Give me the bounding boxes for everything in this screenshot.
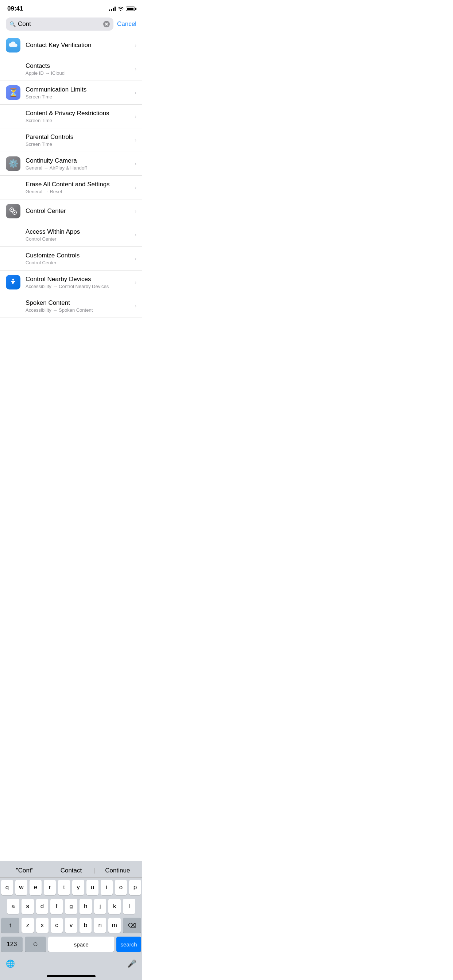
result-subtitle: General → AirPlay & Handoff	[26, 165, 129, 170]
list-item[interactable]: ⏳ Communication Limits Screen Time ›	[0, 81, 142, 105]
result-text: Contact Key Verification	[26, 41, 129, 49]
list-item[interactable]: Control Center ›	[0, 199, 142, 223]
result-title: Parental Controls	[26, 134, 129, 141]
result-text: Contacts Apple ID → iCloud	[26, 62, 129, 76]
result-text: Control Nearby Devices Accessibility → C…	[26, 275, 129, 289]
icon-placeholder	[6, 180, 21, 195]
list-item[interactable]: Content & Privacy Restrictions Screen Ti…	[0, 105, 142, 128]
chevron-right-icon: ›	[135, 185, 136, 190]
result-subtitle: Screen Time	[26, 94, 129, 100]
result-text: Control Center	[26, 207, 129, 215]
result-title: Communication Limits	[26, 86, 129, 93]
list-item[interactable]: Spoken Content Accessibility → Spoken Co…	[0, 294, 142, 318]
result-subtitle: Accessibility → Spoken Content	[26, 307, 129, 313]
accessibility-icon	[6, 275, 21, 290]
result-title: Contacts	[26, 62, 129, 70]
chevron-right-icon: ›	[135, 66, 136, 72]
list-item[interactable]: Control Nearby Devices Accessibility → C…	[0, 270, 142, 294]
result-title: Spoken Content	[26, 299, 129, 307]
list-item[interactable]: Erase All Content and Settings General →…	[0, 176, 142, 199]
chevron-right-icon: ›	[135, 90, 136, 95]
chevron-right-icon: ›	[135, 42, 136, 48]
result-text: Communication Limits Screen Time	[26, 86, 129, 100]
result-text: Customize Controls Control Center	[26, 252, 129, 266]
result-subtitle: Apple ID → iCloud	[26, 70, 129, 76]
chevron-right-icon: ›	[135, 137, 136, 143]
svg-point-1	[11, 209, 13, 210]
result-subtitle: Control Center	[26, 236, 129, 242]
status-icons	[109, 6, 135, 11]
status-time: 09:41	[7, 5, 23, 13]
clear-button[interactable]	[103, 21, 110, 27]
result-text: Content & Privacy Restrictions Screen Ti…	[26, 110, 129, 123]
search-input-wrap[interactable]: 🔍	[6, 18, 113, 30]
chevron-right-icon: ›	[135, 232, 136, 238]
chevron-right-icon: ›	[135, 208, 136, 214]
cancel-button[interactable]: Cancel	[117, 21, 136, 28]
result-text: Spoken Content Accessibility → Spoken Co…	[26, 299, 129, 313]
wifi-icon	[118, 6, 124, 11]
icon-placeholder	[6, 228, 21, 242]
list-item[interactable]: Customize Controls Control Center ›	[0, 247, 142, 270]
list-item[interactable]: ⚙️ Continuity Camera General → AirPlay &…	[0, 152, 142, 176]
list-item[interactable]: Parental Controls Screen Time ›	[0, 128, 142, 152]
chevron-right-icon: ›	[135, 279, 136, 285]
result-title: Continuity Camera	[26, 157, 129, 164]
list-item[interactable]: Access Within Apps Control Center ›	[0, 223, 142, 247]
chevron-right-icon: ›	[135, 113, 136, 119]
result-subtitle: Control Center	[26, 260, 129, 266]
result-title: Content & Privacy Restrictions	[26, 110, 129, 117]
result-title: Access Within Apps	[26, 228, 129, 235]
list-item[interactable]: Contact Key Verification ›	[0, 33, 142, 57]
search-bar-row: 🔍 Cancel	[0, 14, 142, 33]
result-title: Contact Key Verification	[26, 41, 129, 49]
result-subtitle: Screen Time	[26, 142, 129, 147]
signal-icon	[109, 6, 116, 11]
result-text: Parental Controls Screen Time	[26, 134, 129, 147]
result-title: Erase All Content and Settings	[26, 181, 129, 188]
chevron-right-icon: ›	[135, 256, 136, 261]
battery-icon	[126, 6, 135, 11]
icon-placeholder	[6, 299, 21, 313]
status-bar: 09:41	[0, 0, 142, 14]
screen-time-icon: ⏳	[6, 85, 21, 100]
result-subtitle: Accessibility → Control Nearby Devices	[26, 284, 129, 289]
result-text: Access Within Apps Control Center	[26, 228, 129, 242]
icon-placeholder	[6, 251, 21, 266]
icon-placeholder	[6, 62, 21, 76]
svg-point-4	[13, 279, 14, 281]
result-title: Customize Controls	[26, 252, 129, 259]
results-list: Contact Key Verification › Contacts Appl…	[0, 33, 142, 318]
result-title: Control Nearby Devices	[26, 275, 129, 283]
icon-placeholder	[6, 109, 21, 124]
svg-point-3	[14, 212, 15, 213]
icon-placeholder	[6, 133, 21, 147]
result-subtitle: General → Reset	[26, 189, 129, 194]
chevron-right-icon: ›	[135, 303, 136, 309]
search-icon: 🔍	[10, 21, 16, 27]
search-input[interactable]	[18, 21, 101, 28]
cloud-icon	[6, 38, 21, 52]
general-icon: ⚙️	[6, 156, 21, 171]
control-center-icon	[6, 204, 21, 218]
result-text: Erase All Content and Settings General →…	[26, 181, 129, 194]
result-title: Control Center	[26, 207, 129, 215]
result-text: Continuity Camera General → AirPlay & Ha…	[26, 157, 129, 170]
result-subtitle: Screen Time	[26, 118, 129, 123]
chevron-right-icon: ›	[135, 161, 136, 167]
list-item[interactable]: Contacts Apple ID → iCloud ›	[0, 57, 142, 81]
